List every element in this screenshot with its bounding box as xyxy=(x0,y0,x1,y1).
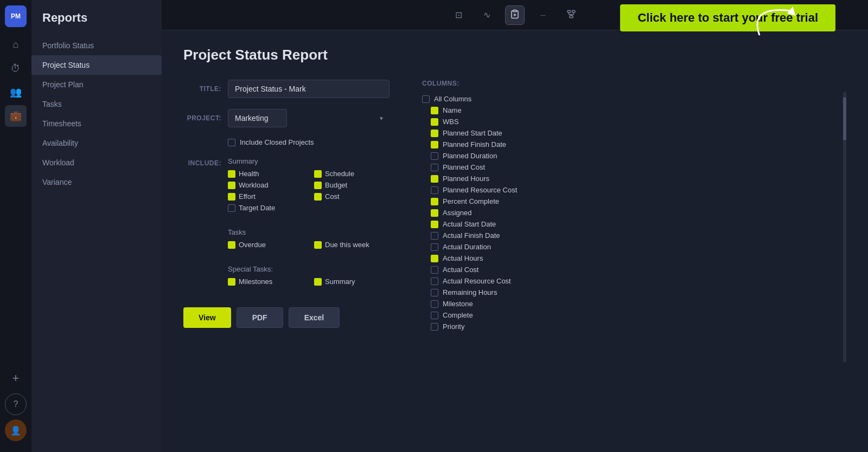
actual-hours-label: Actual Hours xyxy=(443,254,483,262)
include-closed-checkbox[interactable] xyxy=(228,139,235,146)
name-column-checkbox[interactable] xyxy=(431,107,438,114)
planned-resource-cost-checkbox[interactable] xyxy=(431,186,438,194)
title-input[interactable] xyxy=(228,80,390,98)
svg-rect-0 xyxy=(513,10,516,11)
sidebar-item-label: Portfolio Status xyxy=(42,41,94,50)
column-actual-duration: Actual Duration xyxy=(422,243,832,251)
overdue-checkbox[interactable] xyxy=(228,241,235,249)
clock-icon: ⏱ xyxy=(11,63,21,74)
hierarchy-icon xyxy=(566,9,576,21)
sidebar-item-project-plan[interactable]: Project Plan xyxy=(31,75,162,94)
due-this-week-label: Due this week xyxy=(325,241,369,249)
clipboard-toolbar-icon[interactable] xyxy=(505,5,525,25)
sidebar-title: Reports xyxy=(31,11,162,36)
summary-label: Summary xyxy=(228,157,390,165)
scan-toolbar-icon[interactable]: ⊡ xyxy=(449,5,468,25)
column-actual-resource-cost: Actual Resource Cost xyxy=(422,277,832,285)
budget-checkbox[interactable] xyxy=(314,182,322,189)
toolbar: ⊡ ∿ ⏤ xyxy=(162,0,868,30)
help-button[interactable]: ? xyxy=(5,393,27,415)
assigned-label: Assigned xyxy=(443,209,471,217)
sidebar-item-home[interactable]: ⌂ xyxy=(5,34,27,55)
include-closed-label: Include Closed Projects xyxy=(240,138,314,146)
logo[interactable]: PM xyxy=(5,5,27,27)
svg-rect-4 xyxy=(572,10,575,12)
planned-cost-checkbox[interactable] xyxy=(431,164,438,171)
cost-checkbox[interactable] xyxy=(314,193,322,201)
planned-cost-label: Planned Cost xyxy=(443,163,485,171)
title-label: TITLE: xyxy=(183,80,221,93)
column-complete: Complete xyxy=(422,311,832,319)
view-button[interactable]: View xyxy=(183,307,231,328)
project-select[interactable]: Marketing Development Design Sales xyxy=(228,109,287,127)
column-planned-finish-date: Planned Finish Date xyxy=(422,140,832,148)
actual-start-date-checkbox[interactable] xyxy=(431,221,438,228)
sidebar-item-briefcase[interactable]: 💼 xyxy=(5,105,27,127)
hierarchy-toolbar-icon[interactable] xyxy=(561,5,581,25)
actual-cost-checkbox[interactable] xyxy=(431,266,438,274)
column-assigned: Assigned xyxy=(422,209,832,217)
home-icon: ⌂ xyxy=(13,39,19,50)
actual-finish-date-checkbox[interactable] xyxy=(431,232,438,240)
wbs-column-checkbox[interactable] xyxy=(431,118,438,126)
sidebar-item-availability[interactable]: Availability xyxy=(31,133,162,153)
priority-checkbox[interactable] xyxy=(431,323,438,331)
health-checkbox[interactable] xyxy=(228,170,235,178)
column-milestone: Milestone xyxy=(422,300,832,308)
special-summary-checkbox[interactable] xyxy=(314,278,322,286)
column-actual-finish-date: Actual Finish Date xyxy=(422,231,832,240)
target-date-checkbox[interactable] xyxy=(228,204,235,212)
actual-hours-checkbox[interactable] xyxy=(431,255,438,262)
excel-button[interactable]: Excel xyxy=(289,307,340,328)
sidebar-item-tasks[interactable]: Tasks xyxy=(31,94,162,114)
sidebar-item-variance[interactable]: Variance xyxy=(31,172,162,192)
planned-resource-cost-label: Planned Resource Cost xyxy=(443,186,517,194)
workload-checkbox[interactable] xyxy=(228,182,235,189)
column-actual-cost: Actual Cost xyxy=(422,266,832,274)
sidebar-item-portfolio-status[interactable]: Portfolio Status xyxy=(31,36,162,55)
cta-text: Click here to start your free trial xyxy=(637,11,818,24)
column-planned-duration: Planned Duration xyxy=(422,152,832,160)
due-this-week-checkbox[interactable] xyxy=(314,241,322,249)
actual-resource-cost-label: Actual Resource Cost xyxy=(443,277,511,285)
sidebar-item-label: Tasks xyxy=(42,100,62,108)
schedule-checkbox[interactable] xyxy=(314,170,322,178)
sidebar-item-clock[interactable]: ⏱ xyxy=(5,57,27,79)
sidebar-item-timesheets[interactable]: Timesheets xyxy=(31,114,162,133)
chart-toolbar-icon[interactable]: ∿ xyxy=(477,5,496,25)
planned-hours-checkbox[interactable] xyxy=(431,175,438,183)
add-button[interactable]: + xyxy=(5,367,27,389)
milestones-checkbox[interactable] xyxy=(228,278,235,286)
pdf-button[interactable]: PDF xyxy=(237,307,283,328)
column-priority: Priority xyxy=(422,322,832,331)
column-wbs: WBS xyxy=(422,118,832,126)
project-label: PROJECT: xyxy=(183,109,221,122)
column-name: Name xyxy=(422,106,832,114)
cta-banner[interactable]: Click here to start your free trial xyxy=(620,4,835,31)
all-columns-checkbox[interactable] xyxy=(422,95,430,103)
effort-checkbox[interactable] xyxy=(228,193,235,201)
columns-header: COLUMNS: xyxy=(422,80,838,87)
planned-finish-date-checkbox[interactable] xyxy=(431,141,438,148)
complete-checkbox[interactable] xyxy=(431,312,438,319)
sidebar-item-people[interactable]: 👥 xyxy=(5,81,27,103)
actual-duration-checkbox[interactable] xyxy=(431,243,438,251)
columns-scrollbar[interactable] xyxy=(843,92,846,363)
actual-cost-label: Actual Cost xyxy=(443,266,478,274)
percent-complete-checkbox[interactable] xyxy=(431,198,438,205)
planned-start-date-checkbox[interactable] xyxy=(431,130,438,137)
avatar[interactable]: 👤 xyxy=(5,419,27,441)
link-toolbar-icon[interactable]: ⏤ xyxy=(533,5,553,25)
milestone-checkbox[interactable] xyxy=(431,300,438,308)
sidebar-item-project-status[interactable]: Project Status xyxy=(31,55,162,75)
actual-resource-cost-checkbox[interactable] xyxy=(431,277,438,285)
column-actual-start-date: Actual Start Date xyxy=(422,220,832,228)
remaining-hours-checkbox[interactable] xyxy=(431,289,438,296)
column-actual-hours: Actual Hours xyxy=(422,254,832,262)
assigned-checkbox[interactable] xyxy=(431,209,438,217)
planned-duration-checkbox[interactable] xyxy=(431,152,438,160)
sidebar-item-label: Availability xyxy=(42,139,78,147)
special-tasks-label: Special Tasks: xyxy=(228,265,390,273)
sidebar-item-workload[interactable]: Workload xyxy=(31,153,162,172)
column-remaining-hours: Remaining Hours xyxy=(422,288,832,296)
